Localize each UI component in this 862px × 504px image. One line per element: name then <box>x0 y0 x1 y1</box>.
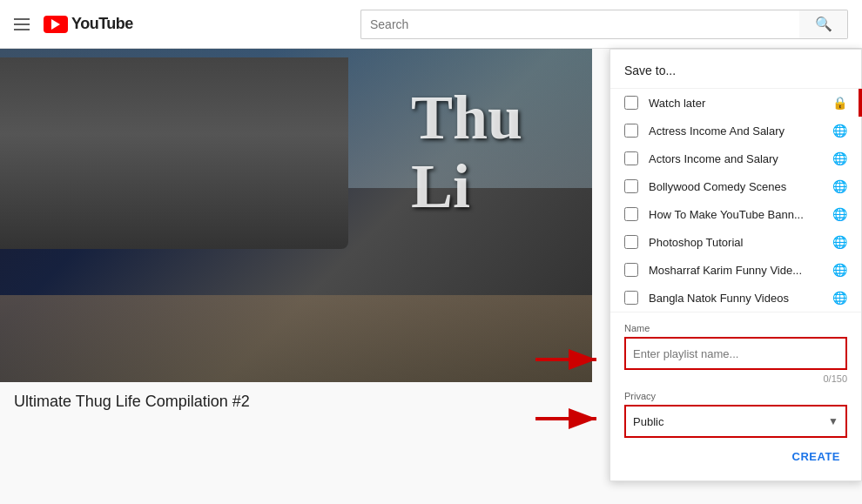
youtube-logo[interactable]: YouTube <box>44 15 133 33</box>
char-count: 0/150 <box>624 373 847 384</box>
privacy-label: Privacy <box>624 391 847 401</box>
playlist-name-input[interactable] <box>626 339 845 368</box>
red-bar-indicator <box>859 89 862 117</box>
mosharraf-checkbox[interactable] <box>624 263 638 277</box>
how-to-make-checkbox[interactable] <box>624 207 638 221</box>
globe-icon-5: 🌐 <box>832 235 847 249</box>
search-button[interactable]: 🔍 <box>799 10 848 39</box>
actress-income-label: Actress Income And Salary <box>649 124 822 138</box>
how-to-make-label: How To Make YouTube Bann... <box>649 208 822 221</box>
playlist-item-how-to-make: How To Make YouTube Bann... 🌐 <box>610 200 861 228</box>
privacy-select[interactable]: Public Unlisted Private <box>626 407 845 436</box>
name-input-wrapper <box>624 337 847 370</box>
watch-later-label: Watch later <box>649 97 822 110</box>
mosharraf-label: Mosharraf Karim Funny Vide... <box>649 264 822 277</box>
video-thumbnail[interactable]: ThuLi <box>0 49 592 382</box>
bollywood-label: Bollywood Comedy Scenes <box>649 180 822 193</box>
truck-shape <box>0 57 348 249</box>
globe-icon-4: 🌐 <box>832 207 847 221</box>
bangla-natok-label: Bangla Natok Funny Videos <box>649 292 822 305</box>
search-container: 🔍 <box>360 10 848 39</box>
playlist-item-actors-income: Actors Income and Salary 🌐 <box>610 144 861 172</box>
actors-income-checkbox[interactable] <box>624 151 638 165</box>
yt-icon <box>44 16 68 33</box>
create-button[interactable]: CREATE <box>785 447 847 467</box>
play-triangle-icon <box>51 19 60 30</box>
photoshop-label: Photoshop Tutorial <box>649 236 822 249</box>
create-playlist-section: Name 0/150 Privacy Public Unlisted Priva… <box>610 312 861 480</box>
playlist-item-bangla-natok: Bangla Natok Funny Videos 🌐 <box>610 284 861 312</box>
create-btn-row: CREATE <box>624 438 847 470</box>
globe-icon-6: 🌐 <box>832 263 847 277</box>
playlist-item-bollywood: Bollywood Comedy Scenes 🌐 <box>610 172 861 200</box>
search-input[interactable] <box>360 10 799 39</box>
lock-icon: 🔒 <box>832 96 847 110</box>
thumbnail-text: ThuLi <box>411 84 522 221</box>
globe-icon-3: 🌐 <box>832 179 847 193</box>
playlist-list: Watch later 🔒 Actress Income And Salary … <box>610 89 861 312</box>
header: YouTube 🔍 <box>0 0 862 49</box>
hamburger-menu[interactable] <box>14 18 30 30</box>
photoshop-checkbox[interactable] <box>624 235 638 249</box>
globe-icon-7: 🌐 <box>832 291 847 305</box>
watch-later-checkbox[interactable] <box>624 96 638 110</box>
ground-background <box>0 295 592 382</box>
playlist-item-photoshop: Photoshop Tutorial 🌐 <box>610 228 861 256</box>
playlist-item-mosharraf: Mosharraf Karim Funny Vide... 🌐 <box>610 256 861 284</box>
name-field-label: Name <box>624 323 847 333</box>
dropdown-heading: Save to... <box>610 50 861 89</box>
bollywood-checkbox[interactable] <box>624 179 638 193</box>
actors-income-label: Actors Income and Salary <box>649 152 822 165</box>
globe-icon-2: 🌐 <box>832 151 847 165</box>
main-content: ThuLi Ultimate Thug Life Compilation #2 … <box>0 49 862 504</box>
bangla-natok-checkbox[interactable] <box>624 291 638 305</box>
playlist-item-watch-later: Watch later 🔒 <box>610 89 861 117</box>
playlist-item-actress-income: Actress Income And Salary 🌐 <box>610 117 861 144</box>
save-to-dropdown: Save to... Watch later 🔒 Actress Income … <box>609 49 862 481</box>
search-icon: 🔍 <box>815 16 832 32</box>
logo-text: YouTube <box>71 15 133 33</box>
privacy-select-wrapper: Public Unlisted Private ▼ <box>624 405 847 438</box>
actress-income-checkbox[interactable] <box>624 124 638 138</box>
globe-icon: 🌐 <box>832 124 847 138</box>
